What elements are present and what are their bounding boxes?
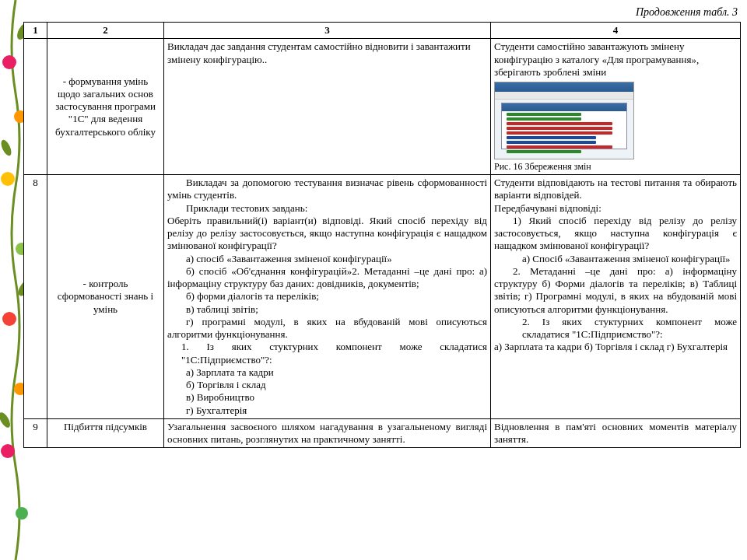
cell-4-text: Студенти самостійно завантажують змінену… xyxy=(494,40,737,79)
r8c3-q1c: в) Виробництво xyxy=(167,391,487,404)
r8c4-q2a: а) Зарплата та кадри б) Торгівля і склад… xyxy=(494,341,737,353)
r8c4-p3: 1) Який спосіб перехіду від релізу до ре… xyxy=(494,215,737,253)
svg-point-7 xyxy=(16,507,28,520)
svg-point-9 xyxy=(0,138,13,157)
r8c4-p4: 2. Метаданні –це дані про: а) інформацін… xyxy=(494,265,737,316)
row8-num: 8 xyxy=(24,175,47,419)
row-9: 9 Підбиття підсумків Узагальнення засвоє… xyxy=(24,418,741,448)
r8c3-b4: г) програмні модулі, в яких на вбудовані… xyxy=(167,316,487,341)
r8c3-b3: в) таблиці звітів; xyxy=(167,303,487,316)
r8c4-q2: 2. Із яких стуктурних компонент може скл… xyxy=(494,316,737,341)
cell-2: - формування умінь щодо загальних основ … xyxy=(47,39,164,175)
row-8: 8 - контроль сформованості знань і умінь… xyxy=(24,175,741,419)
main-table: 1 2 3 4 - формування умінь щодо загальни… xyxy=(23,22,741,448)
cell-4: Студенти самостійно завантажують змінену… xyxy=(491,39,741,175)
cell-3: Викладач дає завдання студентам самостій… xyxy=(164,39,491,175)
r8c3-p1: Викладач за допомогою тестування визнача… xyxy=(167,177,487,202)
r8c3-p3: Оберіть правильний(і) варіант(и) відпові… xyxy=(167,215,487,253)
svg-point-11 xyxy=(0,411,12,429)
row8-col2: - контроль сформованості знань і умінь xyxy=(47,175,164,419)
row8-col3: Викладач за допомогою тестування визнача… xyxy=(164,175,491,419)
r8c4-a: а) Спосіб «Завантаження зміненої конфігу… xyxy=(494,253,737,265)
r8c3-q1d: г) Бухгалтерія xyxy=(167,404,487,417)
header-row: 1 2 3 4 xyxy=(24,23,741,39)
screenshot-thumbnail xyxy=(494,82,634,159)
r8c3-a: а) спосіб «Завантаження зміненої конфігу… xyxy=(167,253,487,265)
r8c4-p1: Студенти відповідають на тестові питання… xyxy=(494,177,737,202)
row9-col3: Узагальнення засвоєного шляхом нагадуван… xyxy=(164,418,491,448)
row9-num: 9 xyxy=(24,418,47,448)
r8c3-p2: Приклади тестових завдань: xyxy=(167,202,487,215)
header-1: 1 xyxy=(24,23,47,39)
row9-col4: Відновлення в пам'яті основних моментів … xyxy=(491,418,741,448)
svg-point-2 xyxy=(1,172,15,186)
table-caption: Продовження табл. 3 xyxy=(23,6,738,19)
svg-point-6 xyxy=(1,444,15,458)
row8-col4: Студенти відповідають на тестові питання… xyxy=(491,175,741,419)
r8c3-q1b: б) Торгівля і склад xyxy=(167,379,487,391)
page-content: Продовження табл. 3 1 2 3 4 - формування… xyxy=(23,6,741,448)
svg-point-4 xyxy=(2,312,16,326)
header-3: 3 xyxy=(164,23,491,39)
header-2: 2 xyxy=(47,23,164,39)
figure-caption: Рис. 16 Збереження змін xyxy=(494,161,737,173)
r8c3-b2: б) форми діалогів та переліків; xyxy=(167,290,487,303)
header-4: 4 xyxy=(491,23,741,39)
r8c3-b: б) спосіб «Об'єднання конфігурацій»2. Ме… xyxy=(167,265,487,291)
r8c3-q1: 1. Із яких стуктурних компонент може скл… xyxy=(167,341,487,366)
r8c3-q1a: а) Зарплата та кадри xyxy=(167,366,487,379)
row9-col2: Підбиття підсумків xyxy=(47,418,164,448)
r8c4-p2: Передбачувані відповіді: xyxy=(494,202,737,215)
cell-1 xyxy=(24,39,47,175)
svg-point-0 xyxy=(2,55,16,69)
row-continuation: - формування умінь щодо загальних основ … xyxy=(24,39,741,175)
